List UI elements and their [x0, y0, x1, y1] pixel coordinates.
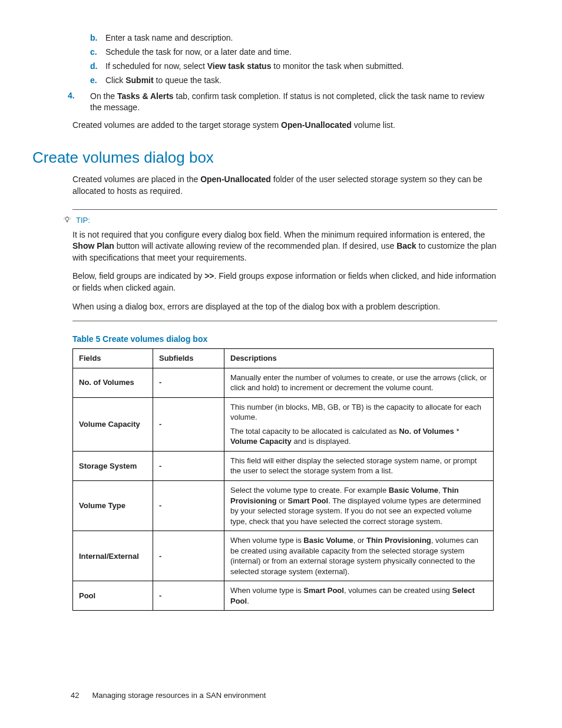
table-row: Pool-When volume type is Smart Pool, vol…	[73, 581, 494, 611]
description-cell: When volume type is Smart Pool, volumes …	[224, 581, 494, 611]
svg-line-6	[65, 217, 65, 218]
section-intro: Created volumes are placed in the Open-U…	[72, 174, 497, 197]
table-row: Volume Capacity-This number (in blocks, …	[73, 397, 494, 451]
description-cell: When volume type is Basic Volume, or Thi…	[224, 531, 494, 581]
table-body: No. of Volumes-Manually enter the number…	[73, 368, 494, 611]
field-cell: Pool	[73, 581, 153, 611]
svg-line-7	[69, 217, 70, 218]
table-header-cell: Fields	[73, 349, 153, 368]
tip-paragraph: Below, field groups are indicated by >>.…	[72, 271, 497, 294]
description-cell: Manually enter the number of volumes to …	[224, 368, 494, 397]
field-cell: No. of Volumes	[73, 368, 153, 397]
description-cell: This number (in blocks, MB, GB, or TB) i…	[224, 397, 494, 451]
tip-body: It is not required that you configure ev…	[63, 229, 497, 313]
subfield-cell: -	[153, 368, 224, 397]
field-cell: Internal/External	[73, 531, 153, 581]
table-header-cell: Descriptions	[224, 349, 494, 368]
table-row: Volume Type-Select the volume type to cr…	[73, 481, 494, 531]
subfield-cell: -	[153, 581, 224, 611]
table-row: Internal/External-When volume type is Ba…	[73, 531, 494, 581]
lightbulb-icon	[63, 216, 71, 224]
footer-text: Managing storage resources in a SAN envi…	[92, 691, 266, 700]
list-item: 4.On the Tasks & Alerts tab, confirm tas…	[68, 91, 497, 114]
tip-block: TIP: It is not required that you configu…	[63, 209, 497, 322]
list-item: b.Enter a task name and description.	[90, 32, 497, 44]
lettered-substeps: b.Enter a task name and description.c.Sc…	[90, 32, 497, 86]
list-item: e.Click Submit to queue the task.	[90, 75, 497, 86]
numbered-steps: 4.On the Tasks & Alerts tab, confirm tas…	[68, 91, 497, 114]
post-steps-paragraph: Created volumes are added to the target …	[72, 120, 497, 131]
description-cell: This field will either display the selec…	[224, 451, 494, 480]
field-cell: Volume Type	[73, 481, 153, 531]
table-caption: Table 5 Create volumes dialog box	[72, 334, 497, 344]
page-number: 42	[71, 691, 79, 700]
description-cell: Select the volume type to create. For ex…	[224, 481, 494, 531]
table-row: No. of Volumes-Manually enter the number…	[73, 368, 494, 397]
subfield-cell: -	[153, 451, 224, 480]
section-heading: Create volumes dialog box	[32, 149, 497, 167]
table-header-row: FieldsSubfieldsDescriptions	[73, 349, 494, 368]
subfield-cell: -	[153, 531, 224, 581]
field-cell: Volume Capacity	[73, 397, 153, 451]
list-item: c.Schedule the task for now, or a later …	[90, 47, 497, 58]
page-footer: 42 Managing storage resources in a SAN e…	[71, 691, 266, 700]
table-header-cell: Subfields	[153, 349, 224, 368]
svg-point-0	[65, 217, 69, 220]
create-volumes-table: FieldsSubfieldsDescriptions No. of Volum…	[72, 348, 494, 611]
tip-paragraph: When using a dialog box, errors are disp…	[72, 301, 497, 313]
list-item: d.If scheduled for now, select View task…	[90, 61, 497, 72]
tip-paragraph: It is not required that you configure ev…	[72, 229, 497, 264]
tip-label: TIP:	[76, 216, 90, 225]
subfield-cell: -	[153, 481, 224, 531]
field-cell: Storage System	[73, 451, 153, 480]
subfield-cell: -	[153, 397, 224, 451]
table-row: Storage System-This field will either di…	[73, 451, 494, 480]
